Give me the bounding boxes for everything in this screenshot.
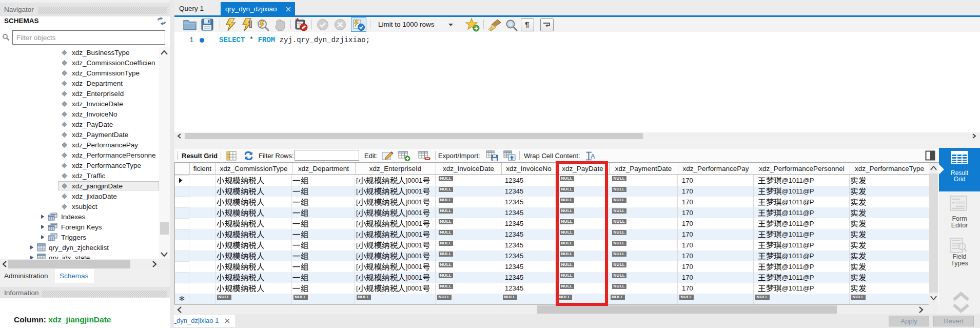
svg-text:A: A	[591, 152, 595, 160]
